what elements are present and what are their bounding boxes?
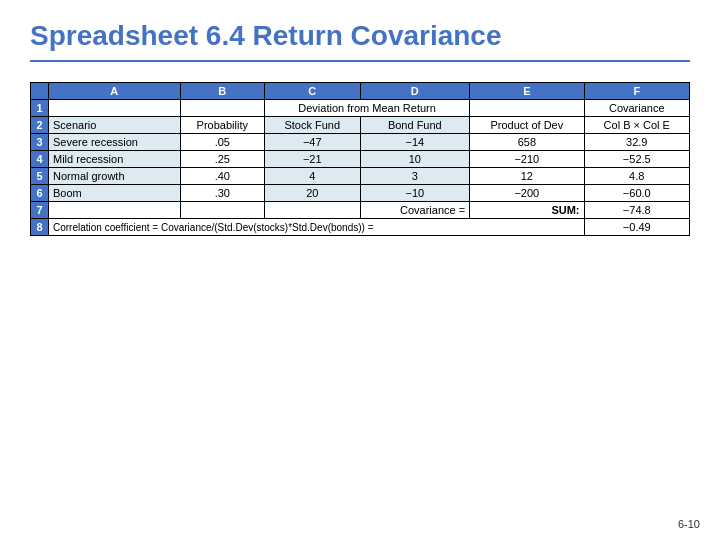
row7-a [49,202,181,219]
row-num-6: 6 [31,185,49,202]
table-row-8: 8 Correlation coefficient = Covariance/(… [31,219,690,236]
slide-title: Spreadsheet 6.4 Return Covariance [30,20,690,62]
row-num-5: 5 [31,168,49,185]
row1-deviation-header: Deviation from Mean Return [265,100,470,117]
col-header-blank [31,83,49,100]
row2-stock-fund-label: Stock Fund [265,117,361,134]
row-num-1: 1 [31,100,49,117]
row1-e [470,100,584,117]
row6-product: −200 [470,185,584,202]
row7-sum-value: −74.8 [584,202,689,219]
row4-cov: −52.5 [584,151,689,168]
page-number: 6-10 [678,518,700,530]
row-num-8: 8 [31,219,49,236]
table-wrapper: A B C D E F 1 Deviation from Mean Return… [30,82,690,236]
row6-cov: −60.0 [584,185,689,202]
row4-stock: −21 [265,151,361,168]
table-row-7: 7 Covariance = SUM: −74.8 [31,202,690,219]
row7-c [265,202,361,219]
table-row-6: 6 Boom .30 20 −10 −200 −60.0 [31,185,690,202]
row1-covariance-header: Covariance [584,100,689,117]
row3-bond: −14 [360,134,470,151]
row2-probability-label: Probability [180,117,264,134]
table-row-4: 4 Mild recession .25 −21 10 −210 −52.5 [31,151,690,168]
row3-product: 658 [470,134,584,151]
col-header-d: D [360,83,470,100]
row4-prob: .25 [180,151,264,168]
row-num-4: 4 [31,151,49,168]
row5-scenario: Normal growth [49,168,181,185]
row3-prob: .05 [180,134,264,151]
row2-bond-fund-label: Bond Fund [360,117,470,134]
covariance-table: A B C D E F 1 Deviation from Mean Return… [30,82,690,236]
row3-scenario: Severe recession [49,134,181,151]
col-header-e: E [470,83,584,100]
row2-scenario-label: Scenario [49,117,181,134]
table-row-3: 3 Severe recession .05 −47 −14 658 32.9 [31,134,690,151]
row-num-2: 2 [31,117,49,134]
column-header-row: A B C D E F [31,83,690,100]
row5-stock: 4 [265,168,361,185]
row3-cov: 32.9 [584,134,689,151]
row-num-3: 3 [31,134,49,151]
row7-covariance-eq: Covariance = [360,202,470,219]
row2-product-label: Product of Dev [470,117,584,134]
row5-bond: 3 [360,168,470,185]
row7-b [180,202,264,219]
row5-cov: 4.8 [584,168,689,185]
row3-stock: −47 [265,134,361,151]
row7-sum-label: SUM: [470,202,584,219]
row8-correlation-label: Correlation coefficient = Covariance/(St… [49,219,585,236]
row-num-7: 7 [31,202,49,219]
table-row-1: 1 Deviation from Mean Return Covariance [31,100,690,117]
row6-bond: −10 [360,185,470,202]
table-row-5: 5 Normal growth .40 4 3 12 4.8 [31,168,690,185]
row8-correlation-value: −0.49 [584,219,689,236]
row5-product: 12 [470,168,584,185]
row2-col-b-col-e-label: Col B × Col E [584,117,689,134]
row5-prob: .40 [180,168,264,185]
table-row-2: 2 Scenario Probability Stock Fund Bond F… [31,117,690,134]
row6-prob: .30 [180,185,264,202]
row4-scenario: Mild recession [49,151,181,168]
col-header-b: B [180,83,264,100]
col-header-f: F [584,83,689,100]
row6-stock: 20 [265,185,361,202]
row4-bond: 10 [360,151,470,168]
col-header-a: A [49,83,181,100]
row1-a [49,100,181,117]
slide-container: Spreadsheet 6.4 Return Covariance A B C … [0,0,720,540]
row1-b [180,100,264,117]
col-header-c: C [265,83,361,100]
row4-product: −210 [470,151,584,168]
row6-scenario: Boom [49,185,181,202]
